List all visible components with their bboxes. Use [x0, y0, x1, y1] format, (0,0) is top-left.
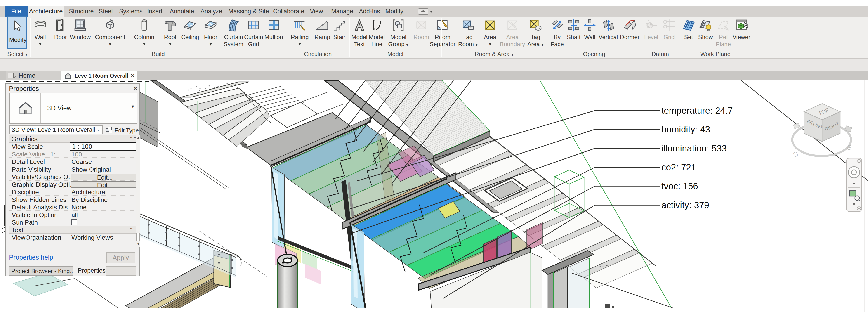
- svg-text:activity: 379: activity: 379: [661, 200, 709, 210]
- svg-text:illumination: 533: illumination: 533: [661, 143, 727, 153]
- svg-text:tvoc: 156: tvoc: 156: [661, 181, 698, 191]
- svg-text:co2: 721: co2: 721: [661, 162, 696, 172]
- svg-text:temperature: 24.7: temperature: 24.7: [661, 105, 733, 116]
- svg-text:humidity: 43: humidity: 43: [661, 124, 710, 134]
